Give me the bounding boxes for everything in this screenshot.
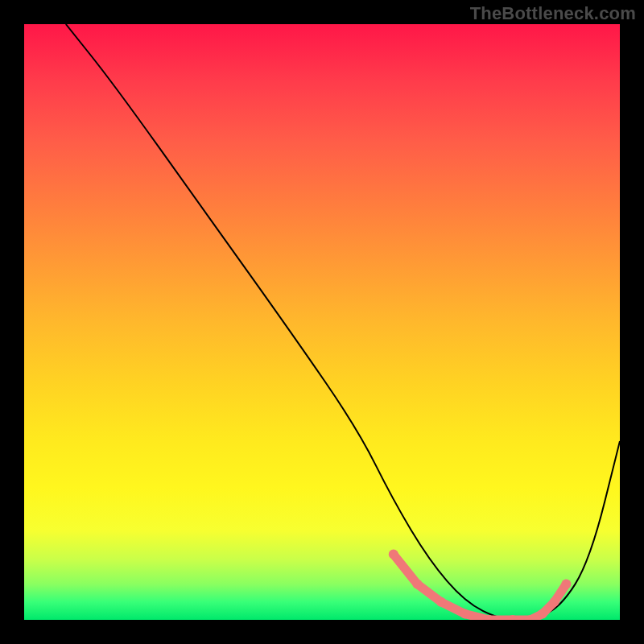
svg-point-7 xyxy=(538,609,547,619)
bottleneck-curve-line xyxy=(66,24,620,620)
chart-svg xyxy=(24,24,620,620)
plot-area xyxy=(24,24,620,620)
svg-point-1 xyxy=(412,580,422,589)
svg-point-3 xyxy=(460,609,470,619)
svg-point-2 xyxy=(436,597,446,607)
svg-point-0 xyxy=(389,550,398,559)
svg-point-9 xyxy=(561,580,571,589)
bottleneck-chart: TheBottleneck.com xyxy=(0,0,644,644)
svg-point-8 xyxy=(550,597,559,607)
watermark-text: TheBottleneck.com xyxy=(470,3,636,24)
